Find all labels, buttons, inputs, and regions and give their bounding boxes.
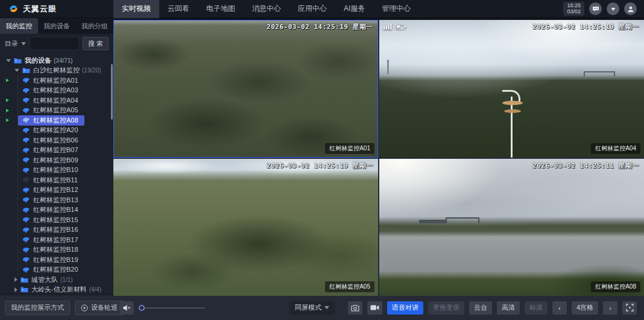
scene-perch [502,101,523,105]
chat-bubble-icon [592,5,599,13]
camera-item-b07[interactable]: 红树林监控B07 [18,146,84,156]
device-patrol-button[interactable]: 设备轮巡 [75,301,124,315]
osd-timestamp: 2026-03-02 14:25:19 星期一 [267,22,373,31]
next-page-button[interactable]: › [603,301,617,315]
voice-talk-button[interactable]: 语音对讲 [387,301,423,315]
caret-collapsed-icon[interactable] [14,277,17,282]
chevron-left-icon: ‹ [558,304,561,312]
scene-pole [511,97,513,157]
mute-button[interactable] [119,301,134,315]
nav-management[interactable]: 管理中心 [373,0,419,18]
prev-page-button[interactable]: ‹ [552,301,567,315]
tree-group-label: 白沙红树林监控 [33,66,80,75]
camera-snapshot-icon [351,304,359,312]
camera-item-b16[interactable]: 红树林监控B16 [18,225,84,235]
camera-item-b13[interactable]: 红树林监控B13 [18,195,84,205]
camera-label: 红树林监控A08 [33,116,78,125]
scene-buildings [419,220,446,223]
grid-layout-button[interactable]: 4宫格 [572,301,598,315]
tree-group-baisha[interactable]: 白沙红树林监控 (19/20) [0,66,113,76]
camera-item-b20[interactable]: 红树林监控B20 [18,265,84,275]
nav-app-center[interactable]: 应用中心 [289,0,335,18]
search-input[interactable] [30,37,79,50]
zoom-control-button[interactable]: 变焦变倍 [428,301,464,315]
tab-my-groups[interactable]: 我的分组 [75,18,113,34]
camera-item-a04[interactable]: 红树林监控A04 [18,95,84,106]
camera-item-a01[interactable]: 红树林监控A01 [18,75,84,86]
tab-my-devices[interactable]: 我的设备 [38,18,76,34]
battery-icon [396,24,406,30]
camera-icon [22,267,30,273]
record-button[interactable] [367,301,382,315]
chevron-down-icon [324,306,329,309]
camera-icon [22,197,30,203]
caret-expanded-icon[interactable] [14,69,19,72]
snapshot-button[interactable] [348,301,362,315]
camera-icon [22,217,30,223]
screen-mode-select[interactable]: 同屏模式 [289,301,335,315]
fullscreen-button[interactable] [622,301,637,315]
user-button[interactable] [624,2,637,15]
camera-item-b17[interactable]: 红树林监控B17 [18,235,84,245]
message-button[interactable] [589,2,602,15]
tree-group-label: 城管大队 [31,275,58,284]
playing-indicator-icon [6,98,9,102]
video-tile-a04[interactable]: 2026-03-02 14:25:19 星期一 红树林监控A04 [379,20,644,158]
camera-label: 红树林监控B10 [33,165,78,174]
sidebar-footer-buttons: 我的监控展示方式 设备轮巡 [0,301,113,315]
caret-collapsed-icon[interactable] [14,287,17,292]
nav-message-center[interactable]: 消息中心 [244,0,289,18]
scene-crane [446,217,479,223]
volume-handle[interactable] [139,305,145,311]
folder-icon [21,286,28,293]
video-tile-a01[interactable]: 2026-03-02 14:25:19 星期一 红树林监控A01 [113,20,378,158]
camera-item-a08-selected[interactable]: 红树林监控A08 [18,115,84,126]
tree-root-label: 我的设备 [25,56,51,65]
search-button[interactable]: 搜 索 [83,37,109,50]
video-tile-a05[interactable]: 2026-03-02 14:25:19 星期一 红树林监控A05 [113,159,378,296]
tree-group-chengguan[interactable]: 城管大队 (1/1) [0,275,113,285]
display-mode-button[interactable]: 我的监控展示方式 [5,301,70,315]
sidebar-scrollbar[interactable] [111,64,113,120]
sd-button[interactable]: 标清 [525,301,548,315]
tree-group-count: (4/4) [89,286,102,293]
volume-track [139,307,205,309]
tree-root-my-devices[interactable]: 我的设备 (34/71) [0,56,113,66]
tree-group-dalingtou[interactable]: 大岭头-信义新材料 (4/4) [0,285,113,295]
camera-item-b19[interactable]: 红树林监控B19 [18,255,84,265]
camera-item-b14[interactable]: 红树林监控B14 [18,205,84,216]
camera-item-a03[interactable]: 红树林监控A03 [18,86,84,96]
search-category-select[interactable]: 目录 [5,39,26,48]
camera-item-b11-offline[interactable]: 红树林监控B11 [18,175,84,185]
scene-perch [504,109,521,113]
camera-item-b18[interactable]: 红树林监控B18 [18,245,84,255]
camera-item-a20[interactable]: 红树林监控A20 [18,126,84,136]
nav-live-video[interactable]: 实时视频 [113,0,159,18]
camera-label: 红树林监控B15 [33,216,78,225]
camera-item-a05[interactable]: 红树林监控A05 [18,106,84,116]
camera-name-badge: 红树林监控A01 [325,143,374,154]
download-button[interactable] [607,2,619,15]
camera-label: 红树林监控A03 [33,86,78,95]
tab-my-monitoring[interactable]: 我的监控 [0,18,38,34]
video-tile-a08[interactable]: 2026-03-02 14:25:11 星期一 红树林监控A08 [379,159,644,296]
camera-item-b06[interactable]: 红树林监控B06 [18,135,84,146]
camera-icon [22,127,30,133]
search-row: 目录 搜 索 [0,34,113,53]
download-icon [610,6,616,12]
top-bar: 天翼云眼 实时视频 云回看 电子地图 消息中心 应用中心 AI服务 管理中心 1… [0,0,644,18]
camera-item-b12[interactable]: 红树林监控B12 [18,185,84,196]
hd-button[interactable]: 高清 [497,301,520,315]
volume-slider[interactable] [139,305,205,311]
camera-icon [22,247,30,253]
camera-item-b15[interactable]: 红树林监控B15 [18,215,84,225]
nav-emap[interactable]: 电子地图 [198,0,244,18]
ptz-button[interactable]: 云台 [469,301,492,315]
nav-ai-service[interactable]: AI服务 [335,0,373,18]
tree-group-count: (19/20) [82,67,101,74]
device-tree: 我的设备 (34/71) 白沙红树林监控 (19/20) 红树林监控A01 [0,53,113,295]
nav-cloud-playback[interactable]: 云回看 [159,0,198,18]
caret-expanded-icon[interactable] [6,59,11,62]
camera-item-b09[interactable]: 红树林监控B09 [18,155,84,165]
camera-item-b10[interactable]: 红树林监控B10 [18,165,84,176]
